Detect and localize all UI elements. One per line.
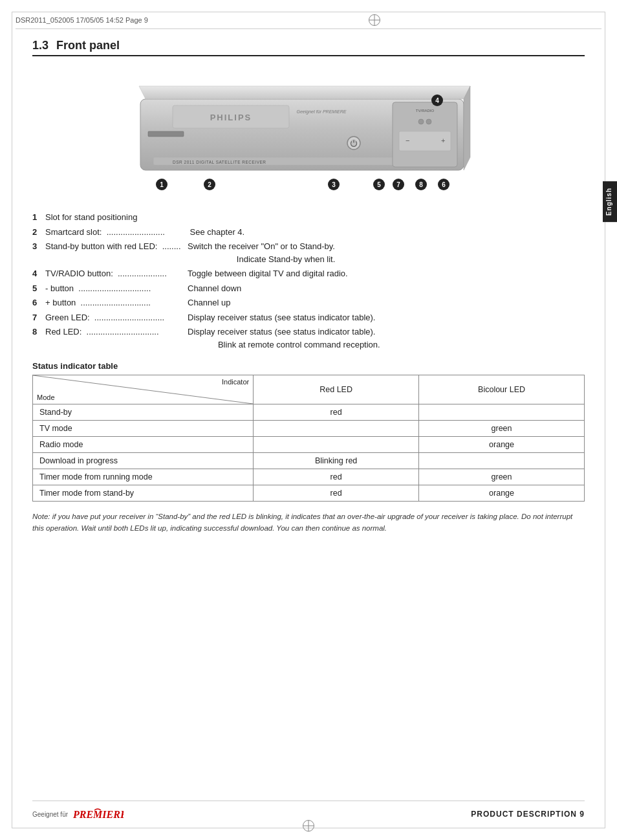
status-table-heading: Status indicator table bbox=[32, 361, 585, 371]
svg-point-14 bbox=[418, 119, 424, 124]
desc-value-6: Channel up bbox=[188, 296, 585, 309]
callout-1: 1 bbox=[156, 179, 168, 190]
desc-item-7: 7 Green LED: ...........................… bbox=[32, 311, 585, 324]
svg-text:+: + bbox=[441, 137, 445, 144]
header-crosshair bbox=[369, 14, 380, 26]
main-content: 1.3 Front panel bbox=[32, 39, 585, 547]
callout-3: 3 bbox=[328, 179, 340, 190]
callout-6: 6 bbox=[438, 179, 449, 190]
footer-logo-label: Geeignet für bbox=[32, 811, 68, 818]
table-row: Download in progressBlinking red bbox=[33, 453, 585, 469]
desc-label-8: Red LED: ............................... bbox=[45, 326, 188, 351]
section-title: Front panel bbox=[56, 39, 120, 52]
table-cell-bicolour-led bbox=[419, 404, 585, 421]
svg-text:PREMIERE: PREMIERE bbox=[72, 809, 124, 820]
callout-4: 4 bbox=[431, 94, 443, 106]
table-cell-red-led bbox=[254, 437, 419, 453]
desc-label-5: - button ............................... bbox=[45, 282, 188, 295]
desc-item-8: 8 Red LED: .............................… bbox=[32, 326, 585, 351]
premiere-logo-svg: PREMIERE bbox=[72, 806, 124, 822]
callout-2: 2 bbox=[204, 179, 215, 190]
page-header: DSR2011_052005 17/05/05 14:52 Page 9 bbox=[16, 14, 601, 29]
header-diagonal bbox=[33, 375, 253, 404]
callout-8: 8 bbox=[415, 179, 427, 190]
table-cell-mode: Radio mode bbox=[33, 437, 254, 453]
desc-value-8: Display receiver status (see status indi… bbox=[188, 326, 585, 351]
desc-label-4: TV/RADIO button: ..................... bbox=[45, 267, 188, 280]
table-cell-bicolour-led: green bbox=[419, 469, 585, 485]
desc-item-2: 2 Smartcard slot: ......................… bbox=[32, 226, 585, 239]
desc-value-2: See chapter 4. bbox=[188, 226, 585, 239]
table-cell-mode: Stand-by bbox=[33, 404, 254, 421]
table-header-red-led: Red LED bbox=[254, 375, 419, 404]
desc-num-4: 4 bbox=[32, 267, 43, 280]
language-tab: English bbox=[603, 181, 617, 222]
table-header-mode-indicator: Mode Indicator bbox=[33, 375, 254, 404]
header-indicator-label: Indicator bbox=[222, 378, 249, 386]
footer-right-text: PRODUCT DESCRIPTION 9 bbox=[471, 810, 585, 819]
desc-value-4: Toggle between digital TV and digital ra… bbox=[188, 267, 585, 280]
desc-item-5: 5 - button .............................… bbox=[32, 282, 585, 295]
table-row: Timer mode from stand-byredorange bbox=[33, 485, 585, 502]
svg-text:DSR 2011   DIGITAL SATELLITE R: DSR 2011 DIGITAL SATELLITE RECEIVER bbox=[173, 160, 266, 164]
table-header-bicolour-led: Bicolour LED bbox=[419, 375, 585, 404]
status-table: Mode Indicator Red LED Bicolour LED Stan… bbox=[32, 375, 585, 502]
desc-num-8: 8 bbox=[32, 326, 43, 351]
svg-text:Geeignet für  PREMIERE: Geeignet für PREMIERE bbox=[296, 109, 346, 115]
table-cell-bicolour-led: green bbox=[419, 421, 585, 437]
table-cell-red-led: red bbox=[254, 485, 419, 502]
note-text: Note: if you have put your receiver in “… bbox=[32, 511, 585, 535]
table-cell-mode: Download in progress bbox=[33, 453, 254, 469]
desc-value-7: Display receiver status (see status indi… bbox=[188, 311, 585, 324]
table-cell-red-led bbox=[254, 421, 419, 437]
desc-num-5: 5 bbox=[32, 282, 43, 295]
bottom-crosshair bbox=[303, 820, 314, 834]
table-row: Timer mode from running moderedgreen bbox=[33, 469, 585, 485]
table-row: TV modegreen bbox=[33, 421, 585, 437]
desc-label-2: Smartcard slot: ........................… bbox=[45, 226, 188, 239]
table-cell-red-led: Blinking red bbox=[254, 453, 419, 469]
desc-value-5: Channel down bbox=[188, 282, 585, 295]
crosshair-icon bbox=[369, 14, 380, 26]
table-cell-mode: Timer mode from running mode bbox=[33, 469, 254, 485]
table-cell-mode: TV mode bbox=[33, 421, 254, 437]
table-row: Radio modeorange bbox=[33, 437, 585, 453]
table-cell-red-led: red bbox=[254, 469, 419, 485]
desc-label-7: Green LED: .............................… bbox=[45, 311, 188, 324]
header-mode-label: Mode bbox=[37, 393, 55, 401]
desc-num-1: 1 bbox=[32, 211, 43, 224]
svg-text:PHILIPS: PHILIPS bbox=[210, 113, 252, 122]
section-number: 1.3 bbox=[32, 39, 49, 52]
device-svg: PHILIPS Geeignet für PREMIERE DSR 2011 D… bbox=[121, 67, 496, 196]
crosshair-bottom-icon bbox=[303, 820, 314, 832]
table-cell-bicolour-led: orange bbox=[419, 485, 585, 502]
desc-num-2: 2 bbox=[32, 226, 43, 239]
table-cell-mode: Timer mode from stand-by bbox=[33, 485, 254, 502]
device-image-container: PHILIPS Geeignet für PREMIERE DSR 2011 D… bbox=[121, 67, 496, 204]
footer-logo: Geeignet für PREMIERE bbox=[32, 806, 124, 822]
desc-text-1: Slot for stand positioning bbox=[45, 211, 137, 224]
table-cell-bicolour-led: orange bbox=[419, 437, 585, 453]
table-cell-red-led: red bbox=[254, 404, 419, 421]
table-cell-bicolour-led bbox=[419, 453, 585, 469]
callout-7: 7 bbox=[393, 179, 404, 190]
desc-value-8b: Blink at remote control command receptio… bbox=[188, 338, 585, 351]
desc-item-4: 4 TV/RADIO button: .....................… bbox=[32, 267, 585, 280]
page-footer: Geeignet für PREMIERE PRODUCT DESCRIPTIO… bbox=[32, 801, 585, 822]
description-list: 1 Slot for stand positioning 2 Smartcard… bbox=[32, 211, 585, 351]
desc-label-6: + button .............................. bbox=[45, 296, 188, 309]
svg-text:TV/RADIO: TV/RADIO bbox=[416, 109, 435, 113]
header-left: DSR2011_052005 17/05/05 14:52 Page 9 bbox=[16, 16, 148, 24]
desc-num-7: 7 bbox=[32, 311, 43, 324]
svg-line-16 bbox=[33, 375, 253, 404]
desc-label-3: Stand-by button with red LED: ........ bbox=[45, 240, 188, 265]
desc-num-6: 6 bbox=[32, 296, 43, 309]
desc-item-1: 1 Slot for stand positioning bbox=[32, 211, 585, 224]
callout-5: 5 bbox=[373, 179, 385, 190]
svg-point-15 bbox=[426, 119, 431, 124]
desc-value-3a: Switch the receiver "On" or to Stand-by. bbox=[188, 240, 585, 253]
desc-item-6: 6 + button .............................… bbox=[32, 296, 585, 309]
desc-num-3: 3 bbox=[32, 240, 43, 265]
svg-text:−: − bbox=[406, 137, 409, 144]
section-heading: 1.3 Front panel bbox=[32, 39, 585, 56]
